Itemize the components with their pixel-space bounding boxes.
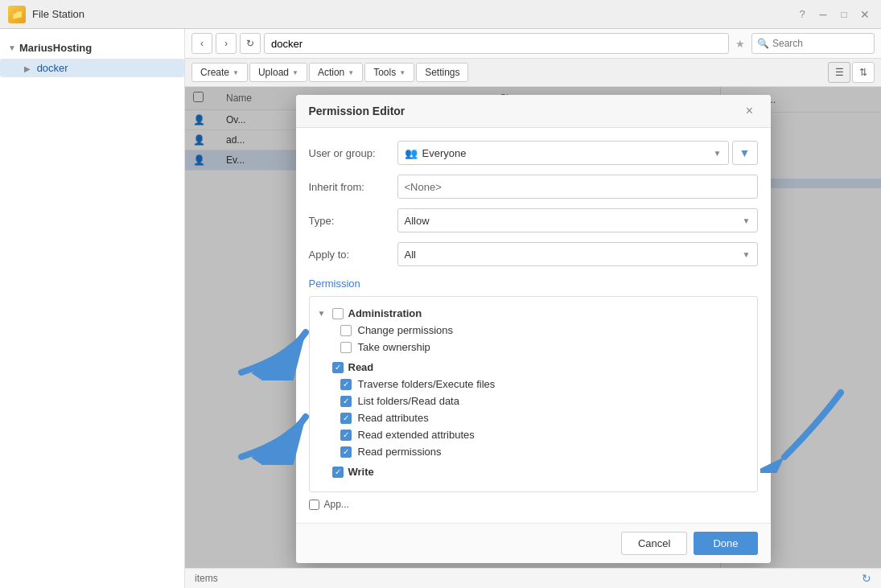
read-label: Read	[348, 361, 374, 373]
dialog-title: Permission Editor	[309, 105, 406, 117]
sidebar: ▼ MariusHosting ▶ docker	[0, 29, 185, 588]
perm-item-take-ownership[interactable]: Take ownership	[340, 339, 749, 356]
traverse-label: Traverse folders/Execute files	[358, 378, 496, 390]
apply-checkbox-row: App...	[309, 492, 758, 510]
search-icon: 🔍	[757, 38, 769, 49]
list-folders-label: List folders/Read data	[358, 395, 459, 407]
type-value: Allow	[405, 215, 743, 227]
upload-dropdown-icon: ▼	[292, 69, 298, 76]
change-permissions-checkbox[interactable]	[340, 325, 352, 336]
minimize-button[interactable]: –	[815, 8, 831, 21]
chevron-down-icon: ▼	[8, 43, 16, 52]
read-extended-label: Read extended attributes	[358, 429, 475, 441]
tools-button[interactable]: Tools ▼	[364, 63, 414, 82]
address-input[interactable]	[264, 33, 729, 54]
permission-editor-dialog: Permission Editor × User or group: 👥 Eve…	[296, 95, 771, 563]
read-permissions-checkbox[interactable]	[340, 446, 352, 458]
apply-to-label: Apply to:	[309, 249, 397, 261]
dialog-body: User or group: 👥 Everyone ▼ ▼ Inherit fr…	[296, 128, 771, 523]
read-items: Traverse folders/Execute files List fold…	[318, 376, 749, 460]
administration-label: Administration	[348, 307, 422, 319]
type-row: Type: Allow ▼	[309, 208, 758, 232]
type-label: Type:	[309, 215, 397, 227]
app-icon: 📁	[8, 6, 26, 23]
read-attributes-label: Read attributes	[358, 412, 429, 424]
refresh-button[interactable]: ↻	[240, 33, 261, 54]
perm-item-list-folders[interactable]: List folders/Read data	[340, 393, 749, 409]
perm-section-write: ▶ ✓ Write	[318, 463, 749, 480]
settings-button[interactable]: Settings	[416, 63, 468, 82]
perm-read-header[interactable]: ▶ ✓ Read	[318, 359, 749, 376]
take-ownership-checkbox[interactable]	[340, 342, 352, 353]
upload-label: Upload	[258, 67, 289, 78]
read-permissions-label: Read permissions	[358, 446, 442, 458]
upload-button[interactable]: Upload ▼	[249, 63, 307, 82]
apply-to-value: All	[405, 249, 743, 261]
tools-dropdown-icon: ▼	[399, 69, 406, 76]
close-button[interactable]: ✕	[857, 8, 873, 21]
perm-item-read-attributes[interactable]: Read attributes	[340, 409, 749, 426]
user-group-select[interactable]: 👥 Everyone ▼	[397, 141, 729, 165]
read-attributes-checkbox[interactable]	[340, 413, 352, 424]
type-select[interactable]: Allow ▼	[397, 208, 758, 232]
perm-item-change-permissions[interactable]: Change permissions	[340, 322, 749, 339]
create-label: Create	[200, 67, 229, 78]
user-group-row: User or group: 👥 Everyone ▼ ▼	[309, 141, 758, 165]
perm-section-administration: ▼ Administration Change permissions	[318, 305, 749, 356]
sidebar-tree-root[interactable]: ▼ MariusHosting	[0, 37, 184, 59]
create-button[interactable]: Create ▼	[191, 63, 248, 82]
apply-to-row: Apply to: All ▼	[309, 242, 758, 266]
bookmark-icon[interactable]: ★	[732, 33, 748, 54]
action-label: Action	[318, 67, 344, 78]
read-checkbox[interactable]: ✓	[332, 362, 344, 373]
done-button[interactable]: Done	[694, 532, 757, 555]
read-extended-checkbox[interactable]	[340, 430, 352, 441]
perm-item-read-permissions[interactable]: Read permissions	[340, 443, 749, 460]
back-button[interactable]: ‹	[191, 33, 212, 54]
list-folders-checkbox[interactable]	[340, 396, 352, 407]
write-label: Write	[348, 466, 374, 478]
write-checkbox[interactable]: ✓	[332, 467, 344, 478]
inherit-input[interactable]	[397, 175, 758, 199]
sort-button[interactable]: ⇅	[852, 62, 875, 83]
apply-checkbox[interactable]	[309, 500, 319, 510]
chevron-right-icon: ▶	[24, 64, 31, 73]
action-button[interactable]: Action ▼	[309, 63, 363, 82]
bottom-refresh-button[interactable]: ↻	[862, 572, 871, 585]
user-group-value: Everyone	[422, 147, 714, 159]
traverse-checkbox[interactable]	[340, 379, 352, 390]
user-group-label: User or group:	[309, 147, 397, 159]
filter-button[interactable]: ▼	[732, 141, 758, 165]
search-box: 🔍	[751, 33, 875, 54]
take-ownership-label: Take ownership	[358, 341, 430, 353]
permission-tree: ▼ Administration Change permissions	[309, 296, 758, 492]
action-dropdown-icon: ▼	[348, 69, 354, 76]
type-dropdown-icon: ▼	[743, 216, 751, 225]
bottom-bar: items ↻	[185, 568, 881, 588]
help-button[interactable]: ?	[794, 8, 810, 21]
permission-section-label: Permission	[309, 278, 758, 290]
sidebar-item-docker[interactable]: ▶ docker	[0, 59, 184, 77]
apply-checkbox-label: App...	[324, 499, 349, 510]
forward-button[interactable]: ›	[216, 33, 237, 54]
list-view-button[interactable]: ☰	[828, 62, 850, 83]
sidebar-folder-label: docker	[37, 62, 68, 74]
apply-to-select[interactable]: All ▼	[397, 242, 758, 266]
perm-item-traverse[interactable]: Traverse folders/Execute files	[340, 376, 749, 393]
cancel-button[interactable]: Cancel	[621, 532, 687, 555]
perm-write-header[interactable]: ▶ ✓ Write	[318, 463, 749, 480]
inherit-row: Inherit from:	[309, 175, 758, 199]
chevron-down-icon: ▼	[318, 309, 327, 318]
perm-administration-header[interactable]: ▼ Administration	[318, 305, 749, 322]
administration-checkbox[interactable]	[332, 308, 344, 319]
search-input[interactable]	[772, 38, 869, 49]
dialog-close-button[interactable]: ×	[742, 103, 758, 119]
perm-item-read-extended[interactable]: Read extended attributes	[340, 426, 749, 443]
dialog-header: Permission Editor ×	[296, 95, 771, 128]
maximize-button[interactable]: □	[836, 8, 852, 21]
tools-label: Tools	[373, 67, 396, 78]
apply-to-dropdown-icon: ▼	[743, 250, 751, 259]
arrow-annotation-right-bottom	[760, 376, 857, 473]
dialog-overlay: Permission Editor × User or group: 👥 Eve…	[185, 87, 881, 568]
app-title: File Station	[32, 8, 794, 20]
